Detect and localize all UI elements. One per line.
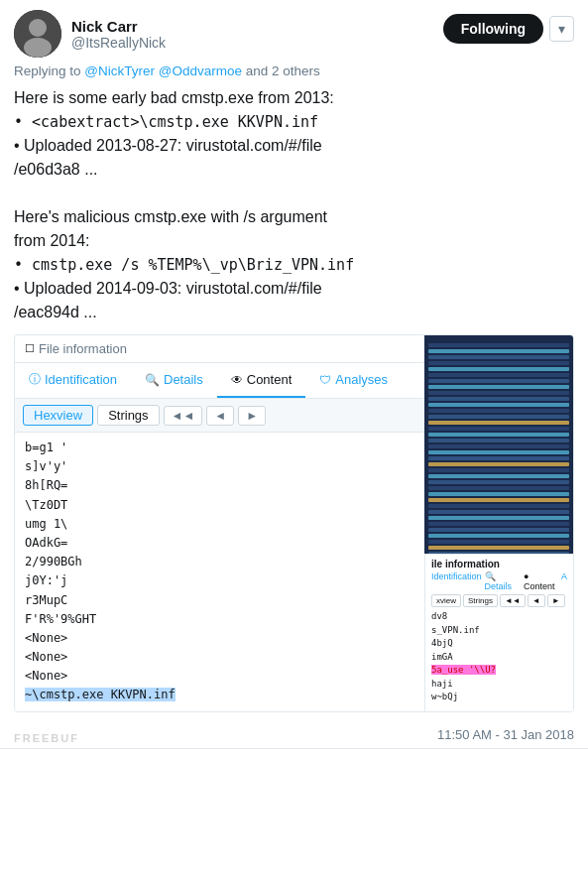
- tab-content[interactable]: 👁 Content: [217, 363, 306, 398]
- tweet-line2: Here's malicious cmstp.exe with /s argum…: [14, 205, 574, 229]
- username: @ItsReallyNick: [71, 35, 166, 51]
- nav-fwd-button[interactable]: ►: [238, 406, 266, 426]
- file-info-header: ☐ File information: [15, 335, 424, 363]
- t-line-32: [428, 528, 569, 532]
- ss-line-6: w~bQj: [431, 691, 567, 704]
- tab-identification[interactable]: ⓘ Identification: [15, 363, 131, 398]
- hex-line-8: r3MupC: [25, 591, 414, 610]
- tweet-bullet1: • <cabextract>\cmstp.exe KKVPN.inf: [14, 110, 574, 134]
- screenshot-bottom-panel: ile information Identification 🔍 Details…: [424, 554, 573, 711]
- t-line-10: [428, 397, 569, 401]
- t-line-20: [428, 456, 569, 460]
- user-info: Nick Carr @ItsReallyNick: [14, 10, 166, 58]
- t-line-28: [428, 504, 569, 508]
- ss-file-info-label: ile information: [431, 559, 567, 569]
- nav-back2-button[interactable]: ◄◄: [164, 406, 203, 426]
- t-line-36: [428, 552, 569, 554]
- tab-content-label: Content: [247, 372, 293, 387]
- ss-hexbar: xview Strings ◄◄ ◄ ►: [431, 594, 567, 607]
- svg-point-2: [24, 38, 52, 58]
- t-line-3: [428, 355, 569, 359]
- reply-to: Replying to @NickTyrer @Oddvarmoe and 2 …: [14, 63, 574, 78]
- tab-details[interactable]: 🔍 Details: [131, 363, 217, 398]
- display-name: Nick Carr: [71, 18, 166, 35]
- ss-line-4: 5a_use '\\U?: [431, 664, 567, 678]
- ss-tab-a: A: [561, 571, 567, 591]
- avatar: [14, 10, 61, 58]
- t-line-12: [428, 409, 569, 413]
- ss-tab-details: 🔍 Details: [485, 571, 521, 591]
- tab-details-label: Details: [164, 372, 203, 387]
- t-line-33: [428, 534, 569, 538]
- reply-prefix: Replying to: [14, 63, 81, 78]
- t-line-25: [428, 486, 569, 490]
- hex-content: b=g1 ' s]v'y' 8h[RQ= \Tz0DT umg 1\ OAdkG…: [15, 433, 424, 711]
- t-line-29: [428, 510, 569, 514]
- hex-line-10: <None>: [25, 629, 414, 648]
- t-line-8: [428, 385, 569, 389]
- t-line-17: [428, 439, 569, 442]
- svg-point-1: [29, 19, 47, 37]
- t-line-4: [428, 361, 569, 365]
- ss-tab-id: Identification: [431, 571, 482, 591]
- tab-identification-label: Identification: [45, 372, 117, 387]
- t-line-2: [428, 349, 569, 353]
- t-line-13: [428, 415, 569, 419]
- ss-line-2: 4bjQ: [431, 637, 567, 651]
- tweet-bullet4: • Uploaded 2014-09-03: virustotal.com/#/…: [14, 277, 574, 301]
- hex-line-1: s]v'y': [25, 457, 414, 476]
- ss-content: dv8 s_VPN.inf 4bjQ imGA 5a_use '\\U? haj…: [431, 610, 567, 704]
- hex-line-9: F'R%'9%GHT: [25, 610, 414, 629]
- hex-highlighted-line: ~\cmstp.exe KKVPN.inf: [25, 688, 176, 701]
- ss-strings-btn: Strings: [463, 594, 498, 607]
- ss-tab-content: ● Content: [524, 571, 558, 591]
- hex-line-13: ~\cmstp.exe KKVPN.inf: [25, 686, 414, 704]
- mention-nicktyrer[interactable]: @NickTyrer: [84, 63, 155, 78]
- ss-hexview-btn: xview: [431, 594, 461, 607]
- hex-line-12: <None>: [25, 667, 414, 686]
- hex-line-3: \Tz0DT: [25, 496, 414, 515]
- tabs-bar: ⓘ Identification 🔍 Details 👁 Content 🛡 A…: [15, 363, 424, 399]
- tweet-body: Here is some early bad cmstp.exe from 20…: [14, 86, 574, 324]
- eye-icon: 👁: [231, 373, 243, 387]
- t-line-11: [428, 403, 569, 407]
- tweet-bullet2: • Uploaded 2013-08-27: virustotal.com/#/…: [14, 134, 574, 158]
- mention-oddvarmoe[interactable]: @Oddvarmoe: [159, 63, 242, 78]
- tweet-line2b: from 2014:: [14, 229, 574, 253]
- tweet-container: Nick Carr @ItsReallyNick Following ▾ Rep…: [0, 0, 588, 749]
- tweet-line1: Here is some early bad cmstp.exe from 20…: [14, 86, 574, 110]
- strings-button[interactable]: Strings: [97, 405, 159, 426]
- t-line-27: [428, 498, 569, 502]
- checkbox-icon: ☐: [25, 342, 35, 355]
- t-line-14: [428, 421, 569, 425]
- nav-back-button[interactable]: ◄: [206, 406, 234, 426]
- hex-line-4: umg 1\: [25, 515, 414, 534]
- t-line-22: [428, 468, 569, 472]
- search-icon: 🔍: [145, 373, 160, 387]
- tab-analyses-label: Analyses: [335, 372, 388, 387]
- hex-line-2: 8h[RQ=: [25, 476, 414, 495]
- ss-highlighted: 5a_use '\\U?: [431, 665, 496, 675]
- t-line-31: [428, 522, 569, 526]
- terminal-block: [424, 335, 573, 554]
- watermark: FREEBUF: [14, 732, 79, 744]
- t-line-30: [428, 516, 569, 520]
- ss-line-5: haji: [431, 678, 567, 692]
- avatar-image: [14, 10, 61, 58]
- hexview-button[interactable]: Hexview: [23, 405, 93, 426]
- media-left-panel: ☐ File information ⓘ Identification 🔍 De…: [15, 335, 424, 711]
- ss-line-3: imGA: [431, 651, 567, 665]
- name-block: Nick Carr @ItsReallyNick: [71, 18, 166, 51]
- caret-button[interactable]: ▾: [549, 16, 574, 42]
- tab-analyses[interactable]: 🛡 Analyses: [305, 363, 402, 398]
- screenshot-terminal: [424, 335, 573, 554]
- media-right-panel: ile information Identification 🔍 Details…: [424, 335, 573, 711]
- t-line-9: [428, 391, 569, 395]
- tweet-header: Nick Carr @ItsReallyNick Following ▾: [14, 10, 574, 58]
- ss-tabs: Identification 🔍 Details ● Content A: [431, 571, 567, 591]
- follow-button[interactable]: Following: [443, 14, 543, 44]
- ss-nav-fwd: ►: [547, 594, 565, 607]
- reply-extra: and 2 others: [246, 63, 320, 78]
- t-line-5: [428, 367, 569, 371]
- t-line-7: [428, 379, 569, 383]
